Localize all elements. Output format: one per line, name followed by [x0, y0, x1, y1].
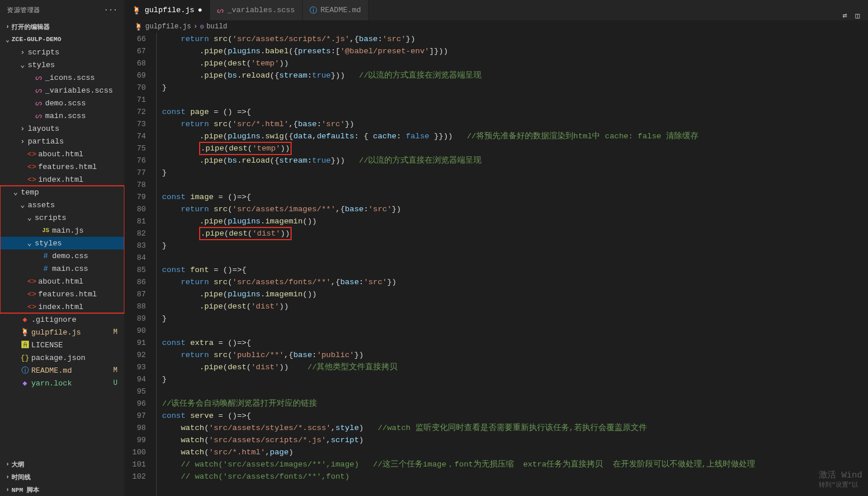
tree-item-label: index.html	[37, 303, 124, 311]
md-icon: ⓘ	[20, 365, 30, 376]
tree-item[interactable]: ᔕmain.scss	[0, 109, 124, 122]
tree-item[interactable]: ⌄styles	[0, 237, 124, 249]
section-label: 打开的编辑器	[12, 23, 50, 31]
tree-item[interactable]: ⌄styles	[0, 58, 124, 71]
compare-icon[interactable]: ⇄	[843, 11, 847, 20]
section-label: 大纲	[12, 460, 24, 469]
tree-item-label: temp	[20, 188, 124, 197]
tree-item-label: demo.css	[51, 252, 124, 260]
editor-tab[interactable]: ⓘREADME.md	[303, 0, 369, 20]
breadcrumb-symbol: build	[207, 23, 227, 31]
section-timeline[interactable]: › 时间线	[0, 471, 124, 483]
tree-item-label: styles	[34, 239, 124, 248]
breadcrumb-file: gulpfile.js	[145, 23, 191, 31]
git-icon: ◆	[20, 315, 30, 324]
scss-icon: ᔕ	[34, 111, 44, 120]
explorer-title: 资源管理器	[7, 6, 41, 14]
tree-item-label: demo.scss	[44, 99, 124, 108]
tree-item[interactable]: ⌄assets	[0, 199, 124, 211]
tree-item[interactable]: 🍹gulpfile.jsM	[0, 326, 124, 339]
lock-icon: ◆	[20, 379, 30, 388]
tree-item-label: layouts	[27, 124, 124, 133]
tree-item[interactable]: #main.css	[0, 262, 124, 275]
tree-item[interactable]: #demo.css	[0, 249, 124, 262]
section-project[interactable]: ⌄ ZCE-GULP-DEMO	[0, 33, 124, 46]
tree-item[interactable]: <>features.html	[0, 160, 124, 173]
editor-tabs: 🍹gulpfile.js●ᔕ_variables.scssⓘREADME.md …	[125, 0, 868, 20]
file-tree: ›scripts⌄stylesᔕ_icons.scssᔕ_variables.s…	[0, 46, 124, 458]
tree-item-label: yarn.lock	[30, 379, 113, 388]
tree-item-label: about.html	[37, 150, 124, 159]
section-open-editors[interactable]: › 打开的编辑器	[0, 20, 124, 33]
tree-item-label: scripts	[34, 214, 124, 222]
tree-item-label: LICENSE	[30, 341, 124, 350]
section-npm[interactable]: › NPM 脚本	[0, 483, 124, 496]
tree-item-label: main.js	[51, 226, 124, 235]
tab-actions: ⇄ ◫	[834, 11, 868, 20]
section-label: ZCE-GULP-DEMO	[12, 36, 61, 43]
tree-item[interactable]: <>features.html	[0, 288, 124, 300]
tree-item[interactable]: <>index.html	[0, 173, 124, 186]
md-icon: ⓘ	[310, 5, 317, 16]
tree-item[interactable]: ›layouts	[0, 122, 124, 135]
tree-item[interactable]: ᔕ_icons.scss	[0, 71, 124, 84]
chevron-icon: ⌄	[12, 188, 20, 197]
chevron-down-icon: ⌄	[3, 36, 12, 43]
method-icon: ⊙	[200, 23, 204, 31]
chevron-icon: ⌄	[19, 60, 27, 69]
more-icon[interactable]: ···	[104, 6, 117, 14]
section-label: 时间线	[12, 473, 31, 482]
tree-item[interactable]: JSmain.js	[0, 224, 124, 237]
html-icon: <>	[27, 277, 37, 286]
tree-item[interactable]: <>about.html	[0, 148, 124, 160]
tree-item-label: .gitignore	[30, 315, 124, 324]
tree-item[interactable]: <>index.html	[0, 300, 124, 313]
chevron-icon: ⌄	[25, 213, 34, 222]
editor-tab[interactable]: ᔕ_variables.scss	[210, 0, 303, 20]
tree-item[interactable]: 🅰LICENSE	[0, 339, 124, 351]
git-badge: M	[113, 366, 124, 374]
editor-tab[interactable]: 🍹gulpfile.js●	[125, 0, 210, 20]
tab-label: gulpfile.js	[145, 6, 194, 14]
scss-icon: ᔕ	[34, 73, 44, 82]
tree-item[interactable]: ◆.gitignore	[0, 313, 124, 326]
tree-item[interactable]: ᔕdemo.scss	[0, 97, 124, 109]
dirty-icon: ●	[198, 6, 203, 14]
tree-item[interactable]: {}package.json	[0, 351, 124, 364]
tree-item[interactable]: ›scripts	[0, 46, 124, 58]
git-badge: M	[113, 328, 124, 336]
tree-item[interactable]: ⓘREADME.mdM	[0, 364, 124, 377]
tree-item[interactable]: ⌄scripts	[0, 211, 124, 224]
css-icon: #	[41, 252, 51, 260]
tree-item-label: styles	[27, 61, 124, 69]
code-area[interactable]: 6667686970717273747576777879808182838485…	[125, 33, 868, 496]
chevron-right-icon: ›	[3, 23, 12, 30]
tree-item-label: features.html	[37, 163, 124, 171]
tree-item[interactable]: ›partials	[0, 135, 124, 148]
tree-item-label: README.md	[30, 366, 113, 375]
section-label: NPM 脚本	[12, 486, 39, 494]
chevron-icon: ›	[19, 48, 27, 57]
sidebar: 资源管理器 ··· › 打开的编辑器 ⌄ ZCE-GULP-DEMO ›scri…	[0, 0, 125, 496]
chevron-icon: ›	[19, 124, 27, 133]
json-icon: {}	[20, 354, 30, 362]
chevron-right-icon: ›	[3, 473, 12, 480]
tree-item-label: _icons.scss	[44, 74, 124, 82]
tree-item[interactable]: ᔕ_variables.scss	[0, 84, 124, 97]
html-icon: <>	[27, 150, 37, 159]
tree-item-label: package.json	[30, 354, 124, 362]
line-gutter: 6667686970717273747576777879808182838485…	[125, 33, 153, 496]
chevron-icon: ⌄	[19, 200, 27, 210]
code-content[interactable]: return src('src/assets/scripts/*.js',{ba…	[153, 33, 868, 496]
html-icon: <>	[27, 303, 37, 311]
tree-item-label: main.css	[51, 264, 124, 273]
lic-icon: 🅰	[20, 341, 30, 350]
tree-item[interactable]: ◆yarn.lockU	[0, 377, 124, 390]
tree-item[interactable]: <>about.html	[0, 275, 124, 288]
gulp-icon: 🍹	[132, 6, 141, 15]
breadcrumb[interactable]: 🍹 gulpfile.js › ⊙ build	[125, 20, 868, 33]
section-outline[interactable]: › 大纲	[0, 458, 124, 471]
split-icon[interactable]: ◫	[855, 11, 860, 20]
html-icon: <>	[27, 163, 37, 171]
tree-item[interactable]: ⌄temp	[0, 186, 124, 199]
